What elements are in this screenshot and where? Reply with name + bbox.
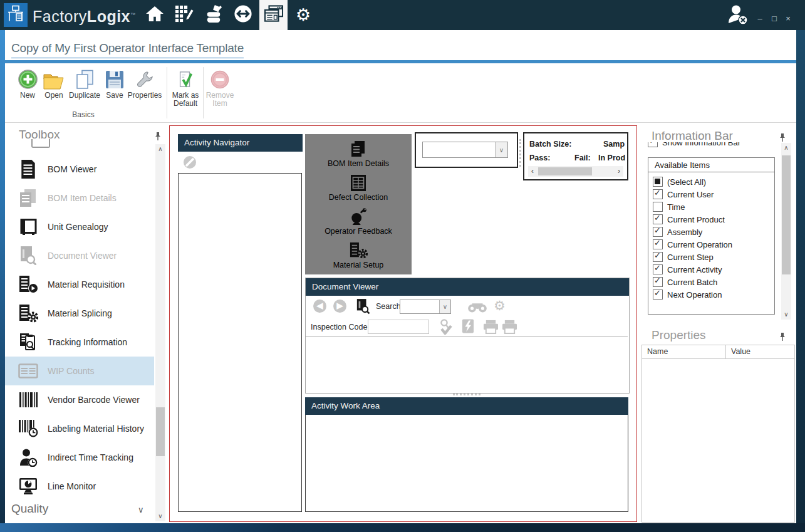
operator-feedback-icon — [325, 207, 392, 226]
binoculars-icon[interactable] — [467, 301, 487, 315]
print-icon[interactable] — [483, 320, 499, 336]
in-process-label: In Prod — [598, 154, 625, 162]
item-current-user[interactable]: ✓ Current User — [653, 188, 714, 201]
user-logout-button[interactable] — [725, 4, 750, 28]
verify-check-icon[interactable] — [438, 318, 453, 337]
nav-operator-interfaces[interactable] — [259, 0, 288, 30]
new-button[interactable]: New — [15, 68, 40, 100]
palette-material-setup[interactable]: Material Setup — [333, 241, 384, 269]
nav-sync[interactable] — [229, 0, 257, 30]
toolbox-item-vendor-barcode-viewer[interactable]: Vendor Barcode Viewer — [5, 385, 154, 414]
nav-materials[interactable] — [199, 0, 228, 30]
back-icon[interactable]: ◀ — [313, 300, 326, 313]
toolbox-pin-icon[interactable] — [154, 132, 162, 143]
infobar-scrollbar[interactable]: ∧ ∨ — [781, 143, 791, 320]
scroll-thumb[interactable] — [782, 155, 791, 274]
document-viewer-header: Document Viewer — [306, 278, 629, 296]
item-current-batch[interactable]: ✓ Current Batch — [653, 276, 717, 288]
chevron-down-icon[interactable]: ∨ — [495, 142, 507, 157]
properties-button[interactable]: Properties — [125, 68, 164, 100]
checkbox-icon: ✓ — [653, 189, 663, 199]
batch-horizontal-scrollbar[interactable]: ‹ › — [528, 166, 623, 177]
mark-default-button[interactable]: Mark as Default — [169, 68, 202, 108]
available-items-listbox: Available Items (Select All) ✓ Current U… — [648, 157, 775, 315]
item-current-step[interactable]: ✓ Current Step — [653, 251, 714, 263]
scroll-left-icon[interactable]: ‹ — [528, 166, 537, 177]
checkbox-icon: ✓ — [653, 264, 663, 274]
duplicate-button[interactable]: Duplicate — [66, 68, 103, 100]
activity-navigator-header: Activity Navigator — [178, 134, 303, 152]
forward-icon[interactable]: ▶ — [333, 300, 346, 313]
item-current-operation[interactable]: ✓ Current Operation — [653, 238, 732, 251]
inspection-code-input[interactable] — [368, 320, 429, 334]
scroll-thumb[interactable] — [156, 407, 165, 456]
item-select-all[interactable]: (Select All) — [653, 175, 706, 188]
checkbox-icon: ✓ — [653, 227, 663, 237]
wip-counts-icon — [18, 361, 39, 381]
item-next-operation[interactable]: ✓ Next Operation — [653, 288, 722, 301]
scroll-down-icon[interactable]: ∨ — [155, 511, 165, 521]
toolbox-item-bom-viewer[interactable]: BOM Viewer — [5, 155, 154, 184]
process-document-icon[interactable] — [462, 318, 474, 336]
remove-minus-icon — [205, 68, 234, 90]
bom-viewer-icon — [18, 159, 39, 179]
maximize-button[interactable]: □ — [768, 13, 781, 25]
vendor-barcode-icon — [18, 390, 39, 410]
horizontal-splitter[interactable] — [453, 394, 480, 395]
scroll-down-icon[interactable]: ∨ — [781, 310, 791, 320]
chevron-down-icon[interactable]: ∨ — [439, 300, 450, 313]
document-viewer-icon — [18, 246, 39, 266]
toolbox-section-quality[interactable]: Quality — [11, 502, 154, 516]
nav-production[interactable] — [170, 0, 199, 30]
minimize-button[interactable]: – — [754, 13, 766, 25]
show-information-bar-row[interactable]: ✓ Show Information Bar — [648, 142, 773, 150]
toolbox-item-unit-genealogy[interactable]: Unit Genealogy — [5, 212, 154, 241]
show-information-bar-label: Show Information Bar — [662, 142, 740, 147]
item-time[interactable]: Time — [653, 201, 685, 213]
item-current-activity[interactable]: ✓ Current Activity — [653, 263, 722, 276]
activity-navigator-body — [178, 173, 302, 512]
toolbox-item-wip-counts[interactable]: WIP Counts — [5, 357, 154, 385]
scroll-up-icon[interactable]: ∧ — [781, 143, 791, 153]
check-icon: ✓ — [649, 142, 656, 145]
ribbon-group-basics: Basics — [5, 110, 162, 119]
search-combobox[interactable]: ∨ — [400, 300, 451, 314]
open-button[interactable]: Open — [41, 68, 66, 100]
palette-operator-feedback[interactable]: Operator Feedback — [325, 207, 392, 236]
close-button[interactable]: × — [782, 13, 794, 25]
toolbox-item-indirect-time-tracking[interactable]: Indirect Time Tracking — [5, 443, 154, 472]
toolbox-scrollbar[interactable]: ∧ ∨ — [155, 144, 165, 521]
column-name[interactable]: Name — [647, 345, 668, 358]
vertical-splitter[interactable] — [519, 139, 521, 167]
toolbox-item-line-monitor[interactable]: Line Monitor — [5, 472, 154, 501]
widget-combobox[interactable]: ∨ — [422, 142, 508, 158]
document-search-icon[interactable] — [356, 298, 370, 317]
scroll-right-icon[interactable]: › — [615, 166, 623, 177]
palette-bom-item-details[interactable]: BOM Item Details — [328, 139, 389, 168]
template-name-field[interactable]: Copy of My First Operator Interface Temp… — [11, 41, 244, 58]
properties-pin-icon[interactable] — [779, 332, 786, 344]
nav-settings[interactable]: ⚙ — [289, 0, 318, 30]
column-value[interactable]: Value — [731, 345, 750, 358]
toolbox-item-labeling-material-history[interactable]: Labeling Material History — [5, 414, 154, 443]
nav-home[interactable] — [140, 0, 169, 30]
factorylogix-logo — [4, 3, 28, 27]
remove-item-button: Remove Item — [205, 68, 234, 108]
labeling-history-icon — [18, 419, 39, 439]
toolbox-item-material-splicing[interactable]: Material Splicing — [5, 299, 154, 328]
document-viewer-toolbar: ◀ ▶ Search: ∨ ⚙ Inspection Code — [306, 296, 628, 337]
scroll-thumb[interactable] — [538, 167, 592, 175]
palette-defect-collection[interactable]: Defect Collection — [329, 173, 388, 202]
app-title: FactoryLogix™ — [33, 0, 136, 30]
item-current-product[interactable]: ✓ Current Product — [653, 213, 725, 226]
save-button[interactable]: Save — [103, 68, 127, 100]
scroll-up-icon[interactable]: ∧ — [155, 144, 165, 154]
activity-work-area-header: Activity Work Area — [305, 397, 628, 415]
toolbox-item-tracking-information[interactable]: Tracking Information — [5, 328, 154, 357]
item-assembly[interactable]: ✓ Assembly — [653, 226, 702, 238]
checkbox-indeterminate-icon — [653, 177, 663, 187]
toolbox-item-material-requisition[interactable]: Material Requisition — [5, 270, 154, 299]
application-window: FactoryLogix™ — [0, 0, 805, 532]
settings-gear-icon[interactable]: ⚙ — [494, 298, 506, 313]
print-icon[interactable] — [502, 320, 517, 336]
